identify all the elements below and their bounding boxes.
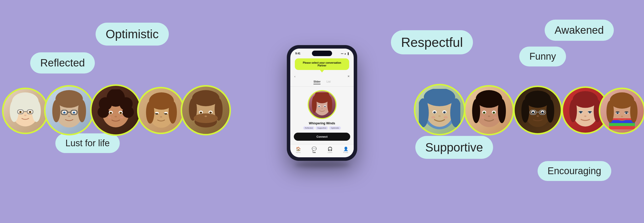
tag-supportive: Supportive xyxy=(315,126,328,130)
avatar-8[interactable] xyxy=(513,86,562,135)
connect-button[interactable]: Connect xyxy=(294,133,350,141)
label-supportive: Supportive xyxy=(415,136,493,159)
avatar-2[interactable] xyxy=(44,85,94,135)
svg-point-15 xyxy=(78,100,86,122)
svg-point-29 xyxy=(123,106,134,118)
svg-point-71 xyxy=(472,99,480,123)
tab-slider[interactable]: Slider xyxy=(313,80,320,84)
svg-point-64 xyxy=(433,111,436,114)
nav-listen[interactable]: 🎧 Listen xyxy=(328,146,333,153)
svg-point-23 xyxy=(68,116,70,117)
svg-point-123 xyxy=(318,109,320,110)
svg-point-65 xyxy=(443,111,446,114)
nav-bar: ‹ ✕ xyxy=(290,73,354,79)
phone-shadow xyxy=(294,162,350,168)
tag-optimistic: Optimistic xyxy=(329,126,341,130)
nav-home-label: Home xyxy=(296,152,301,153)
label-lust-for-life: Lust for life xyxy=(55,133,120,153)
status-icons: ▪▪▪ ▲ ▐ xyxy=(341,52,349,55)
svg-point-116 xyxy=(327,96,332,113)
label-awakened: Awakened xyxy=(545,20,614,41)
tab-bar: Slider List xyxy=(290,79,354,87)
svg-point-79 xyxy=(494,117,497,119)
avatar-1[interactable] xyxy=(2,88,49,134)
svg-point-33 xyxy=(119,112,122,114)
svg-point-112 xyxy=(621,116,623,117)
dynamic-island xyxy=(312,51,332,56)
talk-icon: 💬 xyxy=(312,146,317,151)
svg-rect-104 xyxy=(609,123,635,126)
svg-point-19 xyxy=(73,112,75,114)
avatar-10[interactable] xyxy=(599,88,644,134)
svg-point-76 xyxy=(493,112,495,114)
avatar-3[interactable] xyxy=(90,84,142,136)
svg-point-34 xyxy=(115,116,117,118)
avatar-5[interactable] xyxy=(181,85,231,135)
svg-point-59 xyxy=(424,89,455,106)
svg-point-91 xyxy=(537,115,539,117)
tab-list[interactable]: List xyxy=(327,80,331,84)
profile-icon: 👤 xyxy=(343,146,348,151)
home-icon: 🏠 xyxy=(296,146,301,151)
svg-point-68 xyxy=(444,116,448,119)
svg-point-40 xyxy=(169,101,177,124)
svg-point-51 xyxy=(194,114,218,123)
avatar-7[interactable] xyxy=(464,85,514,135)
nav-talk-label: Talk xyxy=(312,152,316,153)
wifi-icon: ▲ xyxy=(344,52,346,55)
svg-point-18 xyxy=(63,112,66,114)
svg-point-86 xyxy=(532,111,534,114)
label-reflected: Reflected xyxy=(30,52,95,73)
svg-point-6 xyxy=(19,111,22,113)
phone-screen: 9:41 ▪▪▪ ▲ ▐ Please select your conversa… xyxy=(290,49,354,157)
svg-point-54 xyxy=(200,112,202,114)
svg-point-122 xyxy=(321,108,323,109)
nav-talk[interactable]: 💬 Talk xyxy=(312,146,317,153)
phone-container: 9:41 ▪▪▪ ▲ ▐ Please select your conversa… xyxy=(287,45,357,168)
close-icon[interactable]: ✕ xyxy=(347,75,350,78)
bottom-nav: 🏠 Home 💬 Talk 🎧 Listen 👤 Profile xyxy=(290,144,354,157)
svg-point-11 xyxy=(24,115,26,116)
svg-point-110 xyxy=(616,112,619,114)
svg-point-45 xyxy=(160,116,162,118)
svg-point-55 xyxy=(209,112,212,114)
avatar-4[interactable] xyxy=(137,87,184,134)
svg-point-83 xyxy=(546,99,554,123)
nav-profile[interactable]: 👤 Profile xyxy=(343,146,348,153)
svg-point-28 xyxy=(98,106,109,118)
svg-point-87 xyxy=(541,111,543,114)
main-avatar xyxy=(308,90,337,119)
battery-icon: ▐ xyxy=(347,52,349,55)
svg-point-106 xyxy=(607,100,614,123)
label-encouraging: Encouraging xyxy=(538,161,611,181)
svg-point-70 xyxy=(476,90,502,108)
signal-icon: ▪▪▪ xyxy=(341,52,343,55)
person-name: Whispering Winds xyxy=(290,122,354,125)
tag-reflected: Reflected xyxy=(303,126,315,130)
speech-bubble-tail xyxy=(320,70,324,72)
avatar-6[interactable] xyxy=(414,84,465,135)
svg-point-93 xyxy=(573,91,598,108)
svg-point-75 xyxy=(483,112,486,114)
svg-point-32 xyxy=(110,112,112,114)
tags-container: Reflected Supportive Optimistic xyxy=(290,126,354,130)
svg-point-7 xyxy=(29,111,31,113)
status-time: 9:41 xyxy=(295,52,300,55)
listen-icon: 🎧 xyxy=(328,146,333,151)
main-scene: Reflected Optimistic Respectful Awakened… xyxy=(0,0,644,223)
svg-point-111 xyxy=(625,112,628,114)
label-funny: Funny xyxy=(519,47,566,66)
svg-point-100 xyxy=(584,116,586,117)
speech-bubble: Please select your conversation Partner xyxy=(295,58,349,70)
nav-listen-label: Listen xyxy=(328,152,332,153)
svg-point-72 xyxy=(498,99,506,123)
svg-point-107 xyxy=(630,100,637,123)
nav-profile-label: Profile xyxy=(343,152,348,153)
nav-home[interactable]: 🏠 Home xyxy=(296,146,301,153)
svg-point-56 xyxy=(205,116,207,117)
svg-point-105 xyxy=(610,92,634,109)
svg-point-81 xyxy=(525,91,551,108)
svg-point-78 xyxy=(481,117,485,119)
back-arrow-icon[interactable]: ‹ xyxy=(294,75,295,78)
label-respectful: Respectful xyxy=(391,30,473,54)
